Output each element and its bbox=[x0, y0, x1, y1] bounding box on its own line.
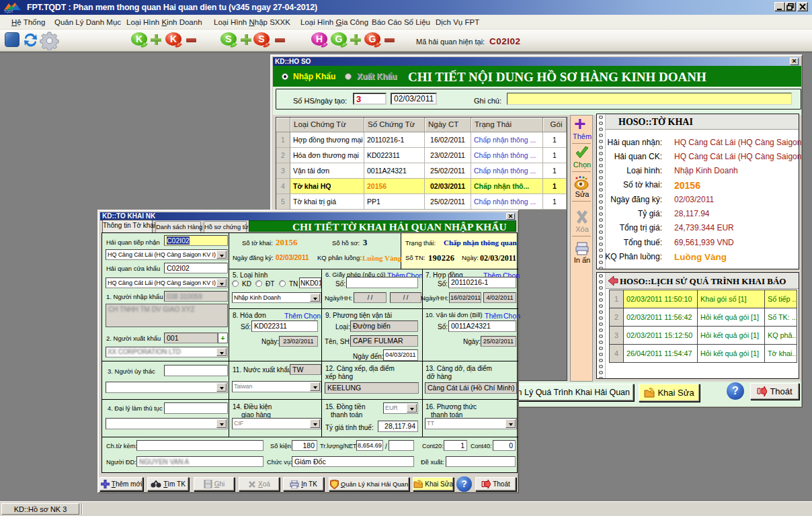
svg-text:TQDT: TQDT bbox=[4, 9, 13, 13]
